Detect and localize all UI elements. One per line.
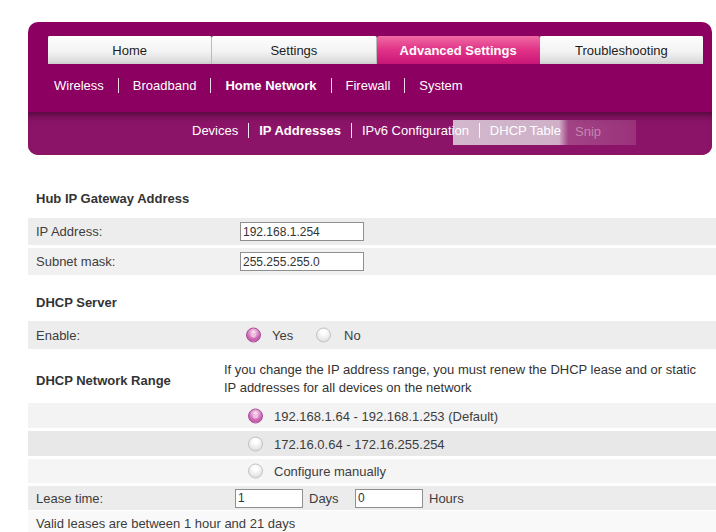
dhcp-range-alt-label: 172.16.0.64 - 172.16.255.254 xyxy=(274,436,445,451)
tab-advanced-settings-label: Advanced Settings xyxy=(400,43,517,58)
dhcp-range-alt-radio[interactable] xyxy=(248,436,263,451)
sectionnav-item-devices[interactable]: Devices xyxy=(182,123,248,138)
section-nav: Devices IP Addresses IPv6 Configuration … xyxy=(182,112,571,148)
lease-note-text: Valid leases are between 1 hour and 21 d… xyxy=(36,516,295,531)
main-tabstrip: Home Settings Advanced Settings Troubles… xyxy=(48,36,703,64)
tab-settings[interactable]: Settings xyxy=(212,36,376,64)
snip-ghost-label: Snip xyxy=(575,124,601,139)
dhcp-range-option-row: 172.16.0.64 - 172.16.255.254 xyxy=(28,431,716,456)
dhcp-range-option-row: 192.168.1.64 - 192.168.1.253 (Default) xyxy=(28,403,716,428)
subnav-item-system[interactable]: System xyxy=(405,78,476,93)
dhcp-server-section-title: DHCP Server xyxy=(36,295,117,310)
lease-days-input[interactable] xyxy=(235,489,303,508)
dhcp-enable-no-radio[interactable] xyxy=(316,328,331,343)
dhcp-range-description: If you change the IP address range, you … xyxy=(224,361,706,397)
tab-settings-label: Settings xyxy=(270,43,317,58)
dhcp-enable-yes-label: Yes xyxy=(272,328,293,343)
sectionnav-item-ip-addresses[interactable]: IP Addresses xyxy=(249,123,351,138)
hours-label: Hours xyxy=(429,491,464,506)
nav-panel: Home Settings Advanced Settings Troubles… xyxy=(28,22,712,155)
tab-troubleshooting-label: Troubleshooting xyxy=(575,43,668,58)
dhcp-range-section-title: DHCP Network Range xyxy=(36,373,171,388)
lease-time-label: Lease time: xyxy=(36,491,103,506)
days-label: Days xyxy=(309,491,339,506)
subnet-mask-label: Subnet mask: xyxy=(36,254,116,269)
lease-time-row: Lease time: Days Hours xyxy=(28,486,716,510)
gateway-section-title: Hub IP Gateway Address xyxy=(36,191,189,206)
dhcp-range-default-radio[interactable] xyxy=(248,408,263,423)
lease-hours-input[interactable] xyxy=(355,489,423,508)
subnav-item-home-network[interactable]: Home Network xyxy=(211,78,330,93)
sectionnav-item-dhcp-table[interactable]: DHCP Table xyxy=(480,123,571,138)
subnav-item-firewall[interactable]: Firewall xyxy=(332,78,405,93)
dhcp-range-default-label: 192.168.1.64 - 192.168.1.253 (Default) xyxy=(274,408,498,423)
dhcp-enable-row: Enable: Yes No xyxy=(28,321,716,349)
sectionnav-item-ipv6-configuration[interactable]: IPv6 Configuration xyxy=(352,123,479,138)
ip-address-row: IP Address: xyxy=(28,218,716,245)
tab-home-label: Home xyxy=(112,43,147,58)
lease-note-row: Valid leases are between 1 hour and 21 d… xyxy=(28,511,716,532)
dhcp-enable-yes-radio[interactable] xyxy=(246,328,261,343)
subnav-item-wireless[interactable]: Wireless xyxy=(40,78,118,93)
tab-troubleshooting[interactable]: Troubleshooting xyxy=(540,36,703,64)
dhcp-range-option-row: Configure manually xyxy=(28,459,716,483)
dhcp-enable-no-label: No xyxy=(344,328,361,343)
tab-home[interactable]: Home xyxy=(48,36,212,64)
tab-advanced-settings[interactable]: Advanced Settings xyxy=(377,36,540,64)
dhcp-range-manual-label: Configure manually xyxy=(274,464,386,479)
dhcp-enable-label: Enable: xyxy=(36,328,80,343)
dhcp-range-manual-radio[interactable] xyxy=(248,464,263,479)
subnet-mask-input[interactable] xyxy=(240,252,364,271)
subnet-mask-row: Subnet mask: xyxy=(28,248,716,275)
subnav-item-broadband[interactable]: Broadband xyxy=(119,78,211,93)
ip-address-label: IP Address: xyxy=(36,224,102,239)
section-nav-band: Snip Devices IP Addresses IPv6 Configura… xyxy=(28,112,712,155)
subnav: Wireless Broadband Home Network Firewall… xyxy=(40,72,477,98)
ip-address-input[interactable] xyxy=(240,222,364,241)
